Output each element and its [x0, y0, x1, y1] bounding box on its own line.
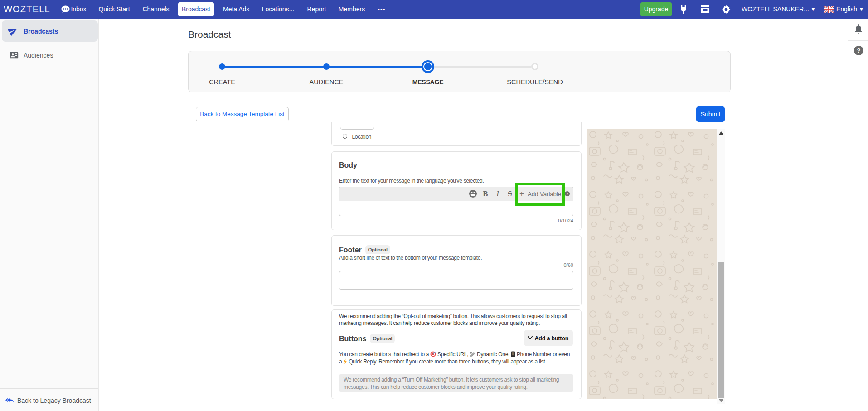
svg-text:?: ?	[566, 192, 568, 196]
svg-text:?: ?	[857, 47, 861, 54]
